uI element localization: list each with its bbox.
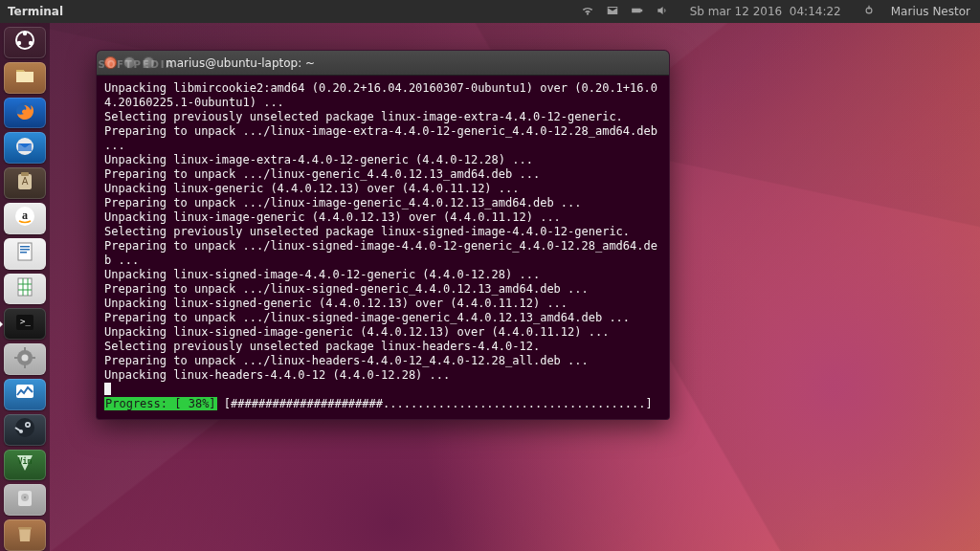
terminal-output[interactable]: Unpacking libmircookie2:amd64 (0.20.2+16…	[97, 76, 669, 419]
firefox-icon	[13, 99, 36, 126]
steam-icon	[13, 416, 36, 443]
svg-point-29	[27, 424, 30, 427]
progress-bar: [######################.................…	[224, 397, 653, 410]
terminal-line: Preparing to unpack .../linux-signed-ima…	[104, 239, 661, 268]
session-icon[interactable]	[862, 4, 876, 20]
software-center-icon: A	[13, 170, 36, 197]
terminal-window[interactable]: SOFTPEDIA marius@ubuntu-laptop: ~ Unpack…	[96, 50, 670, 420]
launcher-software-center[interactable]: A	[4, 167, 46, 199]
svg-rect-22	[24, 347, 26, 351]
terminal-line: Preparing to unpack .../linux-generic_4.…	[104, 167, 661, 182]
svg-rect-16	[20, 252, 27, 253]
window-minimize-button[interactable]	[123, 56, 136, 69]
svg-point-27	[15, 418, 34, 437]
progress-label: Progress: [ 38%]	[104, 397, 217, 410]
system-settings-icon	[13, 346, 36, 373]
clock-date: Sb mar 12 2016	[690, 5, 782, 18]
terminal-icon: >_	[13, 311, 36, 338]
terminal-line: Unpacking linux-generic (4.4.0.12.13) ov…	[104, 182, 661, 196]
svg-point-21	[22, 354, 29, 361]
clock-time: 04:14:22	[790, 5, 841, 18]
active-app-label: Terminal	[8, 5, 63, 18]
terminal-line: Selecting previously unselected package …	[104, 110, 661, 124]
unity-launcher: Aa>_Vim	[0, 23, 50, 551]
trash-icon	[13, 522, 36, 549]
terminal-line: Unpacking linux-signed-image-4.4.0-12-ge…	[104, 268, 661, 282]
terminal-line: Preparing to unpack .../linux-image-extr…	[104, 124, 661, 153]
launcher-trash[interactable]	[4, 519, 46, 551]
terminal-line: Unpacking linux-signed-generic (4.4.0.12…	[104, 297, 661, 311]
launcher-disks[interactable]	[4, 484, 46, 516]
launcher-dash[interactable]	[4, 27, 46, 58]
terminal-line: Unpacking linux-image-generic (4.4.0.12.…	[104, 210, 661, 225]
user-name[interactable]: Marius Nestor	[891, 5, 970, 18]
launcher-thunderbird[interactable]	[4, 132, 46, 164]
svg-rect-17	[18, 278, 32, 296]
terminal-line: Unpacking libmircookie2:amd64 (0.20.2+16…	[104, 81, 661, 110]
gvim-icon: Vim	[13, 452, 36, 478]
launcher-amazon[interactable]: a	[4, 203, 46, 234]
svg-rect-1	[868, 5, 869, 9]
svg-point-5	[29, 41, 33, 45]
terminal-line: Preparing to unpack .../linux-image-gene…	[104, 196, 661, 210]
mail-icon[interactable]	[606, 4, 619, 20]
svg-text:A: A	[22, 176, 29, 187]
launcher-system-monitor[interactable]	[4, 379, 46, 410]
terminal-line: Preparing to unpack .../linux-signed-gen…	[104, 282, 661, 297]
svg-rect-35	[18, 527, 32, 530]
sound-icon[interactable]	[656, 4, 669, 20]
terminal-line: Preparing to unpack .../linux-signed-ima…	[104, 311, 661, 325]
system-monitor-icon	[13, 381, 36, 408]
window-title: marius@ubuntu-laptop: ~	[166, 56, 315, 70]
launcher-files[interactable]	[4, 62, 46, 94]
launcher-system-settings[interactable]	[4, 343, 46, 375]
svg-point-34	[24, 496, 26, 498]
launcher-terminal[interactable]: >_	[4, 308, 46, 340]
battery-icon[interactable]	[631, 4, 644, 20]
launcher-gvim[interactable]: Vim	[4, 450, 46, 481]
terminal-line: Selecting previously unselected package …	[104, 225, 661, 239]
svg-point-3	[23, 32, 27, 35]
libreoffice-writer-icon	[13, 240, 36, 267]
terminal-line: Unpacking linux-signed-image-generic (4.…	[104, 325, 661, 340]
svg-text:Vim: Vim	[18, 456, 33, 466]
indicator-area: Sb mar 12 2016 04:14:22 Marius Nestor	[581, 4, 980, 20]
launcher-libreoffice-writer[interactable]	[4, 238, 46, 270]
files-icon	[13, 64, 36, 91]
svg-point-4	[17, 41, 21, 45]
terminal-line: Unpacking linux-image-extra-4.4.0-12-gen…	[104, 153, 661, 167]
libreoffice-calc-icon	[13, 276, 36, 302]
terminal-cursor-line	[104, 383, 661, 397]
svg-text:a: a	[22, 209, 28, 222]
progress-line: Progress: [ 38%] [######################…	[104, 397, 661, 411]
svg-rect-24	[14, 357, 18, 359]
disks-icon	[13, 487, 36, 514]
svg-rect-14	[20, 246, 30, 248]
network-icon[interactable]	[581, 4, 594, 20]
window-close-button[interactable]	[104, 56, 117, 69]
window-titlebar[interactable]: marius@ubuntu-laptop: ~	[97, 51, 669, 76]
svg-text:>_: >_	[20, 317, 31, 326]
terminal-line: Unpacking linux-headers-4.4.0-12 (4.4.0-…	[104, 368, 661, 383]
top-panel: Terminal Sb mar 12 2016 04:14:22 Marius …	[0, 0, 980, 23]
launcher-firefox[interactable]	[4, 98, 46, 129]
terminal-line: Preparing to unpack .../linux-headers-4.…	[104, 354, 661, 368]
svg-rect-25	[32, 357, 35, 359]
launcher-steam[interactable]	[4, 414, 46, 446]
thunderbird-icon	[13, 135, 36, 162]
svg-rect-23	[24, 364, 26, 368]
window-maximize-button[interactable]	[143, 56, 155, 69]
launcher-libreoffice-calc[interactable]	[4, 274, 46, 305]
clock[interactable]: Sb mar 12 2016 04:14:22	[690, 5, 841, 18]
svg-rect-15	[20, 249, 30, 251]
dash-icon	[13, 29, 36, 55]
terminal-line: Selecting previously unselected package …	[104, 340, 661, 354]
amazon-icon: a	[13, 205, 36, 231]
